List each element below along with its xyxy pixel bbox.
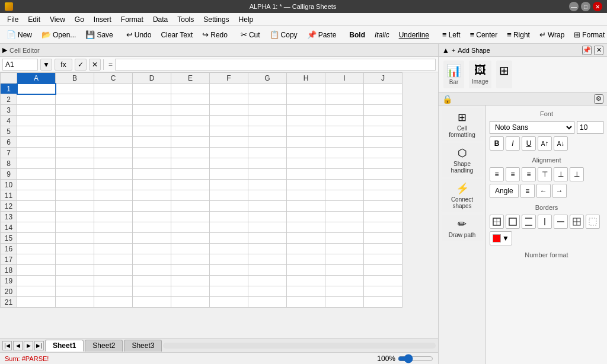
cell-D7[interactable] bbox=[133, 148, 171, 158]
cell-B1[interactable] bbox=[56, 84, 94, 94]
format-button[interactable]: ⊞ Format bbox=[570, 28, 607, 41]
cell-E14[interactable] bbox=[171, 222, 210, 233]
cell-B17[interactable] bbox=[56, 254, 94, 265]
cell-C11[interactable] bbox=[94, 190, 133, 201]
cell-I2[interactable] bbox=[325, 94, 364, 105]
align-right-button[interactable]: ≡ Right bbox=[503, 28, 534, 41]
cell-H6[interactable] bbox=[287, 137, 325, 148]
draw-path-button[interactable]: ✏ Draw path bbox=[442, 215, 483, 241]
col-header-c[interactable]: C bbox=[94, 73, 133, 84]
cell-C5[interactable] bbox=[94, 126, 133, 137]
cell-G12[interactable] bbox=[248, 201, 287, 212]
cell-A8[interactable] bbox=[17, 158, 56, 169]
cell-A1[interactable] bbox=[17, 84, 56, 94]
sheet-tab-1[interactable]: Sheet1 bbox=[45, 340, 84, 352]
cell-ref-dropdown[interactable]: ▼ bbox=[40, 59, 52, 71]
cell-E5[interactable] bbox=[171, 126, 210, 137]
cell-C8[interactable] bbox=[94, 158, 133, 169]
cell-J20[interactable] bbox=[364, 286, 402, 297]
row-num-6[interactable]: 6 bbox=[1, 137, 17, 148]
cell-G9[interactable] bbox=[248, 169, 287, 180]
cell-D20[interactable] bbox=[133, 286, 171, 297]
cell-I3[interactable] bbox=[325, 105, 364, 116]
cell-H2[interactable] bbox=[287, 94, 325, 105]
col-header-a[interactable]: A bbox=[17, 73, 56, 84]
indent-right-btn[interactable]: → bbox=[552, 184, 567, 198]
menu-format[interactable]: Format bbox=[116, 14, 148, 25]
row-num-20[interactable]: 20 bbox=[1, 286, 17, 297]
cell-H1[interactable] bbox=[287, 84, 325, 94]
menu-tools[interactable]: Tools bbox=[172, 14, 199, 25]
cell-A16[interactable] bbox=[17, 244, 56, 254]
cell-G1[interactable] bbox=[248, 84, 287, 94]
cell-J3[interactable] bbox=[364, 105, 402, 116]
cell-B18[interactable] bbox=[56, 265, 94, 276]
open-button[interactable]: 📂 Open... bbox=[37, 28, 80, 41]
cell-C2[interactable] bbox=[94, 94, 133, 105]
connect-shapes-button[interactable]: ⚡ Connect shapes bbox=[442, 179, 483, 212]
cell-C19[interactable] bbox=[94, 276, 133, 286]
cell-J14[interactable] bbox=[364, 222, 402, 233]
cell-G16[interactable] bbox=[248, 244, 287, 254]
col-header-j[interactable]: J bbox=[364, 73, 402, 84]
cell-F20[interactable] bbox=[210, 286, 248, 297]
cell-B20[interactable] bbox=[56, 286, 94, 297]
cell-G20[interactable] bbox=[248, 286, 287, 297]
sheet-tab-3[interactable]: Sheet3 bbox=[124, 340, 162, 352]
menu-insert[interactable]: Insert bbox=[89, 14, 116, 25]
zoom-slider[interactable] bbox=[398, 354, 433, 363]
cell-D2[interactable] bbox=[133, 94, 171, 105]
cell-F2[interactable] bbox=[210, 94, 248, 105]
cell-H5[interactable] bbox=[287, 126, 325, 137]
cell-G15[interactable] bbox=[248, 233, 287, 244]
row-num-21[interactable]: 21 bbox=[1, 297, 17, 308]
cell-J17[interactable] bbox=[364, 254, 402, 265]
cell-I16[interactable] bbox=[325, 244, 364, 254]
cell-H14[interactable] bbox=[287, 222, 325, 233]
cell-J15[interactable] bbox=[364, 233, 402, 244]
cell-C10[interactable] bbox=[94, 180, 133, 190]
cell-F11[interactable] bbox=[210, 190, 248, 201]
cell-H7[interactable] bbox=[287, 148, 325, 158]
row-num-17[interactable]: 17 bbox=[1, 254, 17, 265]
col-header-g[interactable]: G bbox=[248, 73, 287, 84]
cell-F10[interactable] bbox=[210, 180, 248, 190]
cell-E8[interactable] bbox=[171, 158, 210, 169]
panel-close-button[interactable]: ✕ bbox=[594, 46, 603, 55]
align-center-button[interactable]: ≡ Center bbox=[466, 28, 502, 41]
cell-B14[interactable] bbox=[56, 222, 94, 233]
cell-B10[interactable] bbox=[56, 180, 94, 190]
cell-D18[interactable] bbox=[133, 265, 171, 276]
cell-C17[interactable] bbox=[94, 254, 133, 265]
save-button[interactable]: 💾 Save bbox=[81, 28, 117, 41]
cell-H16[interactable] bbox=[287, 244, 325, 254]
cell-J7[interactable] bbox=[364, 148, 402, 158]
cell-G17[interactable] bbox=[248, 254, 287, 265]
cell-H12[interactable] bbox=[287, 201, 325, 212]
cell-F4[interactable] bbox=[210, 116, 248, 126]
cell-A13[interactable] bbox=[17, 212, 56, 222]
superscript-button[interactable]: A↑ bbox=[538, 136, 552, 151]
row-num-9[interactable]: 9 bbox=[1, 169, 17, 180]
cell-J8[interactable] bbox=[364, 158, 402, 169]
wrap-button[interactable]: ↵ Wrap bbox=[535, 28, 568, 41]
cell-E13[interactable] bbox=[171, 212, 210, 222]
cell-E4[interactable] bbox=[171, 116, 210, 126]
cell-G3[interactable] bbox=[248, 105, 287, 116]
cell-D16[interactable] bbox=[133, 244, 171, 254]
cell-D8[interactable] bbox=[133, 158, 171, 169]
cell-G11[interactable] bbox=[248, 190, 287, 201]
border-btn-2[interactable] bbox=[506, 215, 520, 229]
cell-I6[interactable] bbox=[325, 137, 364, 148]
cell-A21[interactable] bbox=[17, 297, 56, 308]
cell-C3[interactable] bbox=[94, 105, 133, 116]
cell-I21[interactable] bbox=[325, 297, 364, 308]
shape-handling-button[interactable]: ⬡ Shape handling bbox=[442, 143, 483, 177]
row-num-15[interactable]: 15 bbox=[1, 233, 17, 244]
cell-J1[interactable] bbox=[364, 84, 402, 94]
indent-left-btn[interactable]: ← bbox=[536, 184, 551, 198]
cell-I12[interactable] bbox=[325, 201, 364, 212]
cell-H18[interactable] bbox=[287, 265, 325, 276]
cell-I13[interactable] bbox=[325, 212, 364, 222]
cell-E21[interactable] bbox=[171, 297, 210, 308]
